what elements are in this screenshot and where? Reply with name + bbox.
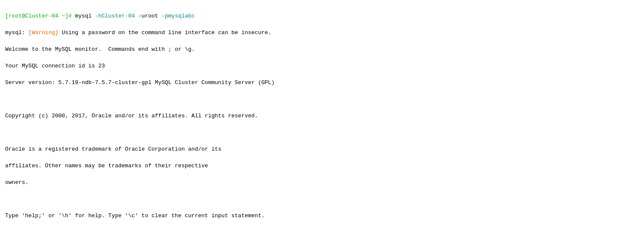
line-blank4 — [5, 228, 639, 233]
terminal-output: [root@Cluster-04 ~]# mysql -hCluster-04 … — [5, 3, 639, 233]
line-blank3 — [5, 195, 639, 204]
line-connid: Your MySQL connection id is 23 — [5, 62, 639, 70]
line-help: Type 'help;' or '\h' for help. Type '\c'… — [5, 212, 639, 220]
flag-pass: -pmysqlabc — [162, 13, 195, 19]
line-oracle1: Oracle is a registered trademark of Orac… — [5, 145, 639, 154]
line-oracle3: owners. — [5, 178, 639, 187]
flag-user: -uroot — [135, 13, 161, 19]
mysql-prefix: mysql: — [5, 29, 29, 36]
line-version: Server version: 5.7.19-ndb-7.5.7-cluster… — [5, 79, 639, 87]
cmd-mysql: mysql — [72, 13, 95, 19]
prompt-text: [root@Cluster-04 ~]# — [5, 13, 72, 19]
line-blank1 — [5, 95, 639, 104]
line-blank2 — [5, 128, 639, 137]
line-copyright: Copyright (c) 2000, 2017, Oracle and/or … — [5, 112, 639, 120]
flag-host: -hCluster-04 — [95, 13, 135, 19]
line-oracle2: affiliates. Other names may be trademark… — [5, 162, 639, 170]
warning-text: Using a password on the command line int… — [58, 29, 271, 36]
warning-label: [Warning] — [29, 29, 58, 36]
line-prompt1: [root@Cluster-04 ~]# mysql -hCluster-04 … — [5, 12, 639, 20]
line-warning: mysql: [Warning] Using a password on the… — [5, 29, 639, 37]
line-welcome: Welcome to the MySQL monitor. Commands e… — [5, 45, 639, 54]
